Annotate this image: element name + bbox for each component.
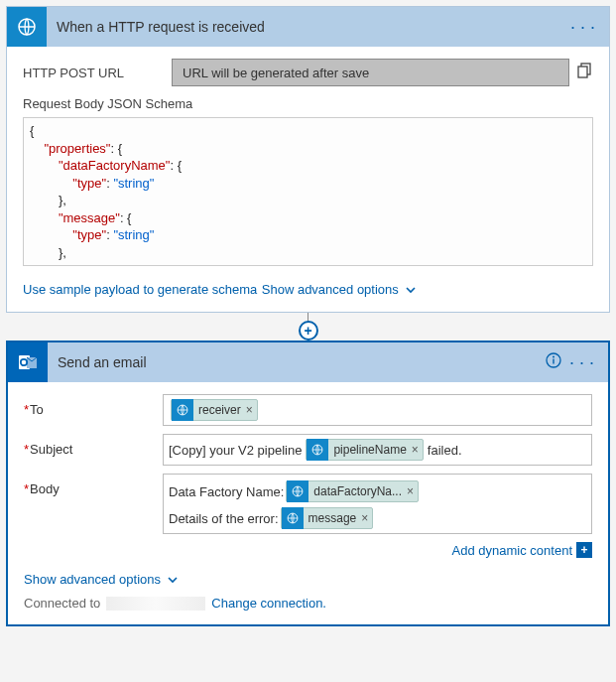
http-advanced-label: Show advanced options	[262, 282, 399, 297]
body-field[interactable]: Data Factory Name: dataFactoryNa... × De…	[163, 474, 592, 534]
change-connection-link[interactable]: Change connection.	[211, 596, 326, 611]
connected-to-label: Connected to	[24, 596, 100, 611]
connection-name-masked	[106, 597, 205, 611]
sample-payload-link[interactable]: Use sample payload to generate schema	[23, 282, 257, 297]
pill-remove-icon[interactable]: ×	[361, 511, 368, 525]
body-label: *Body	[24, 474, 163, 496]
outlook-icon	[8, 342, 48, 382]
email-card-header[interactable]: Send an email · · ·	[8, 342, 608, 382]
http-url-field[interactable]: URL will be generated after save	[172, 59, 569, 86]
http-trigger-card: When a HTTP request is received · · · HT…	[6, 6, 610, 313]
http-advanced-link[interactable]: Show advanced options	[262, 282, 417, 297]
to-field[interactable]: receiver ×	[163, 394, 592, 426]
http-pill-icon	[172, 399, 193, 421]
http-pill-icon	[287, 480, 308, 502]
to-label: *To	[24, 394, 163, 417]
subject-label: *Subject	[24, 434, 163, 457]
http-card-title: When a HTTP request is received	[47, 19, 566, 35]
svg-rect-2	[578, 67, 587, 77]
email-action-card: Send an email · · · *To receiver × *Subj…	[6, 341, 610, 626]
body-text: Details of the error:	[169, 511, 279, 526]
http-icon	[7, 7, 47, 47]
email-card-title: Send an email	[48, 354, 542, 370]
http-card-menu[interactable]: · · ·	[566, 17, 599, 38]
schema-textarea[interactable]: { "properties": { "dataFactoryName": { "…	[23, 117, 593, 266]
email-card-menu[interactable]: · · ·	[565, 352, 598, 373]
http-pill-icon	[282, 507, 304, 529]
subject-text: [Copy] your V2 pipeline	[169, 443, 302, 458]
add-dynamic-content-link[interactable]: Add dynamic content +	[452, 542, 592, 558]
pill-receiver[interactable]: receiver ×	[171, 399, 258, 421]
email-advanced-label: Show advanced options	[24, 572, 161, 587]
http-url-label: HTTP POST URL	[23, 66, 172, 80]
email-card-info-icon[interactable]	[542, 352, 565, 373]
body-text: Data Factory Name:	[169, 484, 284, 499]
pill-remove-icon[interactable]: ×	[246, 403, 253, 417]
http-pill-icon	[307, 439, 328, 461]
http-card-header[interactable]: When a HTTP request is received · · ·	[7, 7, 609, 47]
svg-rect-8	[553, 358, 554, 363]
chevron-down-icon	[405, 284, 417, 296]
schema-label: Request Body JSON Schema	[23, 96, 593, 111]
pill-data-factory-name[interactable]: dataFactoryNa... ×	[286, 480, 419, 502]
pill-remove-icon[interactable]: ×	[407, 484, 414, 498]
pill-pipeline-name[interactable]: pipelineName ×	[306, 439, 423, 461]
pill-message[interactable]: message ×	[281, 507, 374, 529]
email-advanced-link[interactable]: Show advanced options	[24, 572, 179, 587]
connector: +	[6, 313, 610, 341]
subject-text: failed.	[428, 443, 462, 458]
pill-remove-icon[interactable]: ×	[412, 443, 419, 457]
add-step-button[interactable]: +	[299, 321, 318, 341]
chevron-down-icon	[167, 574, 179, 586]
copy-url-icon[interactable]	[577, 63, 593, 82]
subject-field[interactable]: [Copy] your V2 pipeline pipelineName × f…	[163, 434, 592, 466]
svg-point-7	[553, 355, 554, 357]
plus-icon: +	[576, 542, 592, 558]
